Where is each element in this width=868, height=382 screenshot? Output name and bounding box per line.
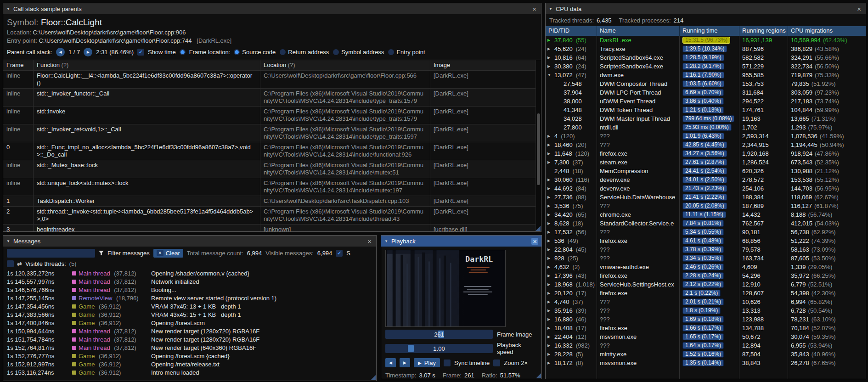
- message-row[interactable]: 1s 145,557,997nsMain thread (37,812)Netw…: [3, 277, 376, 286]
- filter-input[interactable]: [7, 249, 95, 258]
- cpu-row[interactable]: ▶8,628(18)StandardCollector.Service.e7.8…: [546, 219, 866, 228]
- next-parent-button[interactable]: ▶: [84, 48, 92, 56]
- expand-arrow-icon[interactable]: ▶: [547, 178, 553, 182]
- expand-arrow-icon[interactable]: ▶: [547, 221, 553, 225]
- cpu-row[interactable]: ▶4,632(2)vmware-authd.exe2.46 s (0.26%)4…: [546, 263, 866, 271]
- cpu-titlebar[interactable]: ▼ CPU data ×: [546, 3, 866, 14]
- resize-grip[interactable]: [536, 373, 541, 378]
- cpu-row[interactable]: ▶17,396(43)firefox.exe2.28 s (0.24%)54,2…: [546, 271, 866, 280]
- cpu-row[interactable]: ▶11,648(120)firefox.exe34.27 s (3.56%)1,…: [546, 149, 866, 158]
- expand-arrow-icon[interactable]: ▶: [547, 64, 553, 68]
- collapse-icon[interactable]: ▼: [6, 239, 10, 243]
- cpu-row[interactable]: 37,904DWM LPC Port Thread6.69 s (0.70%)3…: [546, 88, 866, 97]
- close-icon[interactable]: ×: [856, 6, 862, 12]
- frame-location-option[interactable]: Return address: [280, 49, 329, 56]
- message-row[interactable]: 1s 152,776,777nsGame (36,912)Opening /fo…: [3, 352, 376, 360]
- message-row[interactable]: 1s 150,994,644nsMain thread (37,812)New …: [3, 327, 376, 335]
- col-location[interactable]: Location (?): [260, 60, 430, 70]
- callstack-row[interactable]: inlinestd::_Mutex_base::lockC:\Program F…: [3, 160, 541, 178]
- expand-arrow-icon[interactable]: ▶: [547, 134, 553, 138]
- cpu-row[interactable]: ▶30,380(24)ScriptedSandbox64.exe1:28.2 (…: [546, 62, 866, 71]
- clear-button[interactable]: × Clear: [153, 249, 183, 258]
- expand-arrow-icon[interactable]: ▶: [547, 239, 553, 243]
- cpu-row[interactable]: ▶27,736(88)ServiceHub.DataWarehouse21.41…: [546, 193, 866, 202]
- close-icon[interactable]: ×: [531, 6, 538, 12]
- frame-location-option[interactable]: Symbol address: [333, 49, 384, 56]
- cpu-row[interactable]: ▶10,816(64)ScriptedSandbox64.exe1:28.5 (…: [546, 53, 866, 62]
- expand-arrow-icon[interactable]: ▶: [547, 352, 553, 356]
- speed-slider[interactable]: 1.00: [385, 344, 493, 353]
- close-icon[interactable]: ×: [366, 238, 373, 245]
- col-frame[interactable]: Frame: [3, 60, 34, 70]
- callstack-row[interactable]: inlinestd::_Invoker_ret<void,1>::_CallC:…: [3, 124, 541, 142]
- messages-titlebar[interactable]: ▼ Messages ×: [3, 236, 376, 247]
- expand-arrow-icon[interactable]: ▶: [547, 213, 553, 217]
- message-row[interactable]: 1s 153,116,274nsGame (36,912)Intro menu …: [3, 368, 376, 376]
- expand-arrow-icon[interactable]: ▶: [547, 143, 553, 147]
- expand-arrow-icon[interactable]: ▶: [547, 186, 553, 191]
- expand-arrow-icon[interactable]: ▶: [547, 47, 553, 51]
- expand-arrow-icon[interactable]: ▶: [547, 291, 553, 295]
- cpu-row[interactable]: ▶17,532(56)???5.34 s (0.55%)90,18156,738…: [546, 228, 866, 236]
- message-row[interactable]: 1s 152,912,997nsGame (36,912)Opening /me…: [3, 360, 376, 368]
- expand-arrow-icon[interactable]: ▶: [547, 230, 553, 234]
- expand-arrow-icon[interactable]: ▶: [547, 317, 553, 321]
- cpu-row[interactable]: ▶3,536(75)???20.05 s (2.08%)187,689116,1…: [546, 202, 866, 210]
- message-row[interactable]: 1s 146,576,766nsMain thread (37,812)Boot…: [3, 286, 376, 294]
- expand-arrow-icon[interactable]: ▼: [547, 73, 553, 77]
- cpu-row[interactable]: ▶7,300(37)steam.exe27.61 s (2.87%)1,286,…: [546, 158, 866, 167]
- cpu-row[interactable]: ▶30,060(116)devenv.exe24.01 s (2.50%)278…: [546, 175, 866, 184]
- expand-arrow-icon[interactable]: ▶: [547, 152, 553, 156]
- show-time-checkbox[interactable]: ✔: [137, 49, 144, 56]
- callstack-row[interactable]: inlinestd::unique_lock<std::mutex>::lock…: [3, 178, 541, 196]
- col-cpu-migrations[interactable]: CPU migrations: [788, 26, 866, 36]
- expand-arrow-icon[interactable]: ▶: [547, 343, 553, 348]
- scrollbar-thumb[interactable]: [537, 113, 540, 185]
- col-image[interactable]: Image: [430, 60, 541, 70]
- cpu-row[interactable]: ▶4,740(37)???2.01 s (0.21%)10,6266,994(6…: [546, 298, 866, 306]
- callstack-row[interactable]: inlineFloor::CalcLight::__l4::<lambda_5b…: [3, 71, 541, 89]
- callstack-titlebar[interactable]: ▼ Call stack sample parents ×: [3, 3, 541, 14]
- expand-arrow-icon[interactable]: ▶: [547, 335, 553, 339]
- col-pid-tid[interactable]: PID/TID: [546, 26, 597, 36]
- callstack-row[interactable]: 3beginthreadex[unknown][ucrtbase.dll]: [3, 225, 541, 231]
- collapse-icon[interactable]: ▼: [549, 7, 552, 11]
- cpu-row[interactable]: 2,448(18)MemCompression24.41 s (2.54%)62…: [546, 167, 866, 175]
- collapse-icon[interactable]: ▼: [6, 7, 10, 11]
- cpu-row[interactable]: ▶22,404(12)msvsmon.exe1.65 s (0.17%)50,6…: [546, 332, 866, 341]
- message-row[interactable]: 1s 152,764,817nsMain thread (37,812)New …: [3, 343, 376, 352]
- expand-arrow-icon[interactable]: ▶: [547, 361, 553, 365]
- cpu-row[interactable]: ▶45,620(24)Tracy.exe1:39.5 (10.34%)887,5…: [546, 45, 866, 53]
- collapse-icon[interactable]: ▼: [384, 239, 388, 243]
- zoom-2x-checkbox[interactable]: [493, 360, 500, 366]
- cpu-row[interactable]: 34,028DWM Master Input Thread799.64 ms (…: [546, 114, 866, 123]
- message-row[interactable]: 1s 147,354,456nsGame (36,912)VRAM 37x45:…: [3, 302, 376, 310]
- cpu-row[interactable]: ▶4(120)???1:01.9 (6.43%)2,593,3141,078,5…: [546, 132, 866, 140]
- col-name[interactable]: Name: [597, 26, 680, 36]
- cpu-row[interactable]: ▶18,968(1,018)ServiceHub.SettingsHost.ex…: [546, 280, 866, 289]
- play-button[interactable]: ▶ Play: [414, 358, 440, 367]
- scrollbar[interactable]: [535, 60, 541, 231]
- expand-arrow-icon[interactable]: ▶: [547, 38, 553, 42]
- message-row[interactable]: 1s 147,383,566nsGame (36,912)VRAM 43x45:…: [3, 310, 376, 319]
- cpu-row[interactable]: ▶20,120(17)firefox.exe2.1 s (0.22%)128,6…: [546, 289, 866, 298]
- col-function[interactable]: Function (?): [34, 60, 260, 70]
- cpu-row[interactable]: 41,348DWM Token Thread1.21 s (0.13%)174,…: [546, 106, 866, 114]
- col-running-time[interactable]: Running time: [680, 26, 739, 36]
- cpu-row[interactable]: 27,800ntdll.dll25.93 ms (0.00%)1,7021,29…: [546, 123, 866, 132]
- cpu-row[interactable]: ▶35,916(39)???1.8 s (0.19%)13,3136,728(5…: [546, 306, 866, 315]
- cpu-row[interactable]: ▶37,840(55)DarkRL.exe15:31.5 (96.73%)16,…: [546, 36, 866, 45]
- expand-arrow-icon[interactable]: ▶: [547, 282, 553, 286]
- expand-arrow-icon[interactable]: ▶: [547, 195, 553, 199]
- expand-arrow-icon[interactable]: ▶: [547, 300, 553, 304]
- resize-grip[interactable]: [535, 226, 541, 231]
- expand-arrow-icon[interactable]: ▶: [547, 247, 553, 252]
- expand-arrow-icon[interactable]: ▶: [547, 256, 553, 260]
- expand-arrow-icon[interactable]: ▶: [547, 56, 553, 60]
- expand-arrow-icon[interactable]: ▶: [547, 274, 553, 278]
- cpu-row[interactable]: ▶22,804(45)???3.78 s (0.39%)79,57858,163…: [546, 245, 866, 254]
- expand-arrow-icon[interactable]: ▶: [547, 160, 553, 164]
- message-row[interactable]: 1s 147,400,846nsGame (36,912)Opening /fo…: [3, 319, 376, 327]
- cpu-row[interactable]: ▶34,420(65)chrome.exe11.11 s (1.15%)14,4…: [546, 210, 866, 219]
- cpu-row[interactable]: ▶18,460(20)???42.85 s (4.45%)2,344,9151,…: [546, 140, 866, 149]
